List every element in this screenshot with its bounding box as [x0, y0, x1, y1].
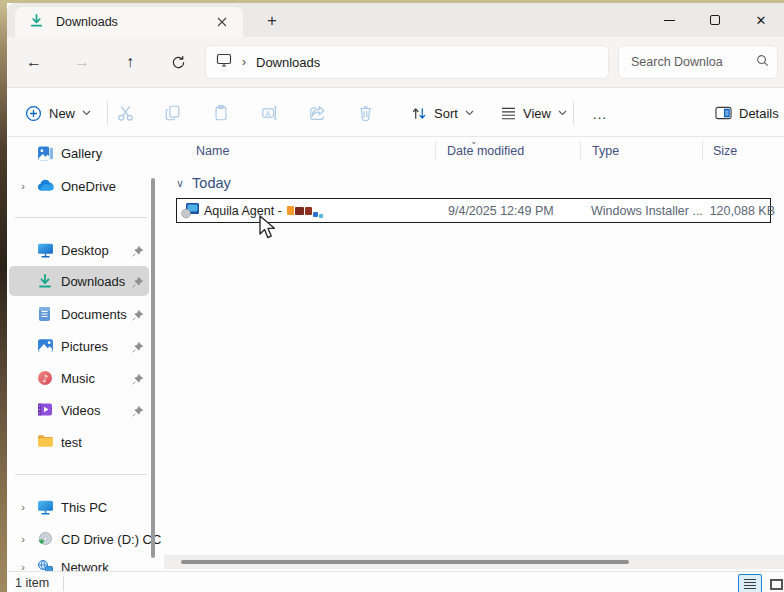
group-header-today[interactable]: ∨ Today	[176, 175, 231, 191]
horizontal-scrollbar[interactable]	[164, 555, 784, 569]
tab-downloads[interactable]: Downloads	[15, 7, 243, 37]
sidebar-item-onedrive[interactable]: › OneDrive	[7, 170, 157, 202]
back-button[interactable]: ←	[21, 49, 47, 75]
onedrive-icon	[37, 178, 54, 195]
sidebar-item-desktop[interactable]: Desktop	[7, 234, 157, 266]
videos-icon	[37, 402, 54, 419]
pin-icon	[131, 404, 144, 417]
minimize-button[interactable]	[646, 3, 692, 37]
chevron-expand-icon[interactable]: ›	[18, 501, 28, 513]
gallery-icon	[37, 145, 54, 162]
copy-button[interactable]	[158, 99, 188, 127]
view-icon	[501, 107, 516, 120]
breadcrumb[interactable]: › Downloads	[205, 45, 609, 79]
sidebar-item-label: OneDrive	[61, 179, 116, 194]
main-area: Gallery › OneDrive Desktop	[7, 137, 784, 571]
sidebar-item-pictures[interactable]: Pictures	[7, 330, 157, 362]
search-icon[interactable]	[756, 53, 769, 71]
breadcrumb-location[interactable]: Downloads	[256, 55, 320, 70]
more-options-button[interactable]: …	[585, 99, 615, 127]
sidebar-separator	[15, 474, 147, 475]
this-pc-icon	[37, 499, 54, 516]
sidebar-separator	[15, 217, 147, 218]
sidebar-item-music[interactable]: ♪ Music	[7, 362, 157, 394]
close-button[interactable]: ✕	[738, 3, 784, 37]
search-text: Search Downloa	[631, 55, 756, 69]
new-label: New	[49, 106, 75, 121]
refresh-icon	[171, 55, 186, 70]
rename-icon: A	[260, 104, 279, 122]
desktop-icon	[37, 242, 54, 259]
horizontal-scrollbar-thumb[interactable]	[181, 560, 629, 564]
sort-button[interactable]: Sort	[403, 97, 482, 129]
sidebar-scrollbar-thumb[interactable]	[151, 178, 155, 558]
sidebar-item-label: Videos	[61, 403, 101, 418]
chevron-collapse-icon[interactable]: ∨	[176, 177, 184, 190]
file-explorer-window: Downloads + ✕ ← → ↑ › Downloads Search D…	[7, 3, 784, 592]
forward-button[interactable]: →	[69, 49, 95, 75]
navigation-bar: ← → ↑ › Downloads Search Downloa	[7, 37, 784, 87]
sidebar-item-label: test	[61, 435, 82, 450]
details-view-toggle[interactable]	[738, 574, 762, 592]
column-header-size[interactable]: Size	[713, 144, 737, 158]
sidebar-item-videos[interactable]: Videos	[7, 394, 157, 426]
sort-label: Sort	[434, 106, 458, 121]
chevron-right-icon: ›	[242, 55, 246, 69]
status-bar: 1 item	[7, 571, 784, 592]
tab-close-icon[interactable]	[211, 11, 233, 33]
sidebar-item-label: This PC	[61, 500, 107, 515]
maximize-button[interactable]	[692, 3, 738, 37]
column-header-type[interactable]: Type	[592, 144, 619, 158]
sidebar-item-label: Downloads	[61, 274, 125, 289]
group-label: Today	[192, 175, 231, 191]
pin-icon	[131, 275, 144, 288]
thumbnail-view-toggle[interactable]	[764, 574, 784, 592]
column-headers: Name ⌄ Date modified Type Size	[164, 137, 784, 165]
share-button[interactable]	[302, 99, 332, 127]
column-divider	[435, 141, 436, 161]
view-button[interactable]: View	[493, 97, 575, 129]
chevron-expand-icon[interactable]: ›	[18, 180, 28, 192]
paste-button[interactable]	[206, 99, 236, 127]
plus-circle-icon	[25, 105, 42, 122]
refresh-button[interactable]	[165, 49, 191, 75]
item-count: 1 item	[15, 576, 49, 590]
chevron-expand-icon[interactable]: ›	[18, 533, 28, 545]
sidebar-item-this-pc[interactable]: › This PC	[7, 491, 157, 523]
delete-button[interactable]	[350, 99, 380, 127]
installer-file-icon	[181, 202, 200, 223]
navigation-pane: Gallery › OneDrive Desktop	[7, 137, 164, 571]
details-pane-icon	[715, 106, 732, 120]
new-button[interactable]: New	[17, 97, 99, 129]
column-header-date-modified[interactable]: Date modified	[447, 144, 524, 158]
trash-icon	[357, 104, 374, 122]
svg-text:♪: ♪	[42, 372, 48, 383]
cut-button[interactable]	[110, 99, 140, 127]
sidebar-item-label: CD Drive (D:) CC	[61, 532, 161, 547]
paste-icon	[212, 104, 230, 122]
up-button[interactable]: ↑	[117, 49, 143, 75]
tab-label: Downloads	[56, 15, 211, 29]
details-label: Details	[739, 106, 779, 121]
details-view-icon	[743, 578, 757, 590]
mouse-cursor	[258, 215, 280, 245]
column-header-name[interactable]: Name	[196, 144, 229, 158]
details-pane-button[interactable]: Details	[707, 97, 784, 129]
copy-icon	[164, 104, 182, 122]
folder-icon	[37, 434, 54, 451]
sidebar-item-label: Gallery	[61, 146, 102, 161]
sidebar-item-downloads[interactable]: Downloads	[7, 265, 157, 297]
file-list-pane: Name ⌄ Date modified Type Size ∨ Today A…	[164, 137, 784, 571]
rename-button[interactable]: A	[254, 99, 284, 127]
svg-text:A: A	[265, 109, 270, 118]
chevron-down-icon	[82, 110, 91, 116]
tab-bar: Downloads + ✕	[7, 3, 784, 37]
sort-icon	[411, 106, 427, 121]
column-divider	[702, 141, 703, 161]
sidebar-item-test[interactable]: test	[7, 426, 157, 458]
sidebar-item-gallery[interactable]: Gallery	[7, 137, 157, 169]
sidebar-item-documents[interactable]: Documents	[7, 298, 157, 330]
new-tab-button[interactable]: +	[259, 9, 285, 33]
obscured-text	[287, 204, 324, 218]
search-input[interactable]: Search Downloa	[618, 45, 778, 79]
